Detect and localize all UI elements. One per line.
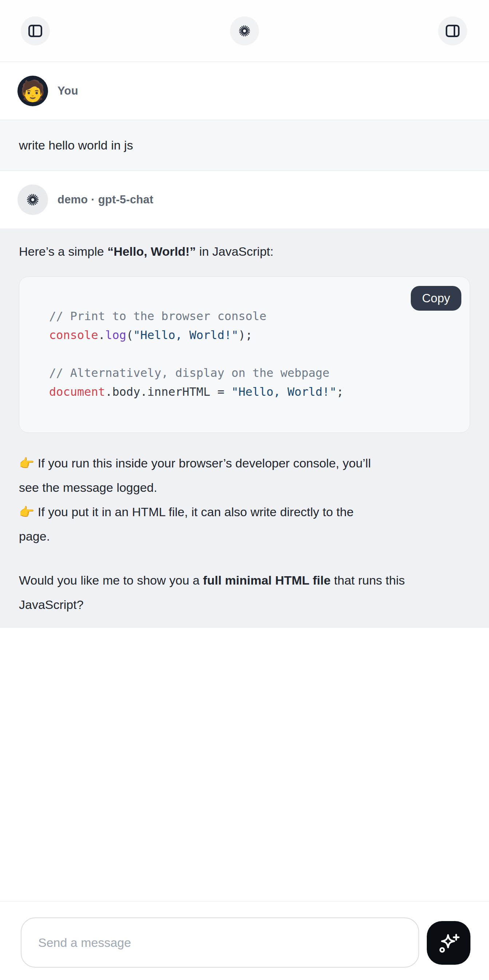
assistant-question-text: Would you like me to show you a full min… xyxy=(19,568,470,617)
question-prefix: Would you like me to show you a xyxy=(19,573,203,587)
send-button[interactable] xyxy=(427,921,470,965)
code-block: Copy // Print to the browser consolecons… xyxy=(19,277,470,433)
message-input[interactable] xyxy=(21,918,419,967)
sidebar-toggle-button[interactable] xyxy=(21,16,50,46)
chat-app: 🧑 You write hello world in js demo · gpt… xyxy=(0,0,489,980)
user-avatar: 🧑 xyxy=(18,76,48,106)
assistant-sender-row: demo · gpt-5-chat xyxy=(0,171,489,228)
assistant-sender-name: demo · gpt-5-chat xyxy=(57,193,153,206)
copy-code-button[interactable]: Copy xyxy=(411,286,461,311)
starburst-logo-icon xyxy=(236,23,253,39)
user-message-text: write hello world in js xyxy=(19,138,133,153)
intro-suffix: in JavaScript: xyxy=(196,245,274,258)
assistant-message-bubble: Here’s a simple “Hello, World!” in JavaS… xyxy=(0,228,489,628)
composer-bar xyxy=(0,901,489,980)
code-content: // Print to the browser consoleconsole.l… xyxy=(49,307,455,401)
user-sender-name: You xyxy=(57,84,78,97)
sidebar-left-toggle-icon xyxy=(27,22,44,39)
assistant-intro-text: Here’s a simple “Hello, World!” in JavaS… xyxy=(19,243,470,260)
user-avatar-emoji: 🧑 xyxy=(20,81,46,101)
sidebar-right-toggle-icon xyxy=(444,22,461,39)
intro-prefix: Here’s a simple xyxy=(19,245,107,258)
starburst-avatar-icon xyxy=(24,191,41,208)
panel-right-toggle-button[interactable] xyxy=(438,16,467,46)
user-message-bubble: write hello world in js xyxy=(0,120,489,171)
user-sender-row: 🧑 You xyxy=(0,62,489,120)
sparkle-icon xyxy=(435,929,462,956)
app-logo-button[interactable] xyxy=(230,16,259,46)
top-bar xyxy=(0,0,489,62)
assistant-tips-text: 👉 If you run this inside your browser’s … xyxy=(19,451,470,549)
question-bold: full minimal HTML file xyxy=(203,573,331,587)
assistant-avatar xyxy=(18,185,48,215)
intro-bold: “Hello, World!” xyxy=(107,245,196,258)
